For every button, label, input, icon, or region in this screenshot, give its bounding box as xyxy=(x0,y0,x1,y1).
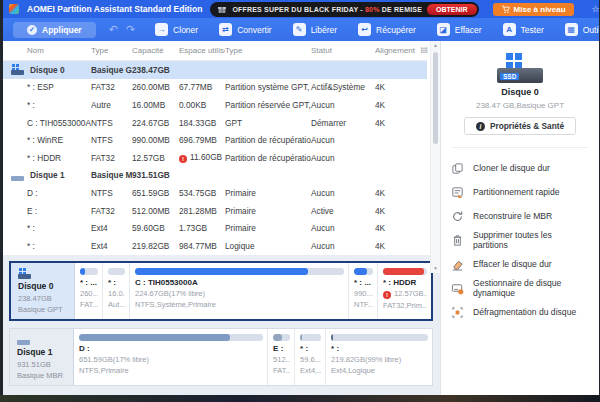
partition-block-e[interactable]: E : 512... FAT... xyxy=(268,329,295,385)
test-icon: A xyxy=(503,23,516,36)
wipe-disk-icon xyxy=(451,258,464,271)
disk0-panel-label: Disque 0 238.47GB Basique GPT xyxy=(11,263,75,319)
partition-block-c[interactable]: C : TIH0553000A 224.67GB(17% libre) NTFS… xyxy=(130,263,349,319)
clone-icon: → xyxy=(155,23,168,36)
main-area: Nom Type Capacité Espace utilisé Type St… xyxy=(3,41,440,395)
table-row-disk0[interactable]: Disque 0 Basique GPT 238.47GB xyxy=(3,61,427,79)
cart-icon xyxy=(501,5,510,14)
free-up-icon: ✎ xyxy=(293,23,306,36)
toolbar-item-tester[interactable]: A Tester xyxy=(496,21,551,38)
undo-redo: ↶ ↷ xyxy=(109,23,135,36)
desktop-edge xyxy=(0,395,600,402)
sidebar-divider xyxy=(453,147,587,148)
warning-icon: ! xyxy=(383,291,391,299)
ssd-disk-image: SSD xyxy=(497,53,543,83)
trash-icon xyxy=(451,234,464,247)
convert-icon: ⇄ xyxy=(219,23,232,36)
table-row-ext4-1[interactable]: * : Ext4 59.60GB 1.73GB Primaire Aucun 4… xyxy=(3,219,427,237)
scroll-thumb[interactable] xyxy=(433,52,438,144)
disk-icon xyxy=(17,334,31,345)
titlebar-icons: ☆ ↻ ≡ – □ × xyxy=(592,3,599,15)
action-clone-disk[interactable]: Cloner le disque dur xyxy=(451,156,589,180)
table-row-ext4-2[interactable]: * : Ext4 219.82GB 984.77MB Logique Aucun… xyxy=(3,237,427,255)
app-window: AOMEI Partition Assistant Standard Editi… xyxy=(3,0,599,395)
toolbar-item-liberer[interactable]: ✎ Libérer xyxy=(286,21,344,38)
partition-block-esp[interactable]: * : ... 260... FAT... xyxy=(75,263,103,319)
action-quick-partition[interactable]: Partitionnement rapide xyxy=(451,180,589,204)
obtenir-button[interactable]: OBTENIR xyxy=(427,4,477,15)
toolbar-item-outils[interactable]: ▦ Outils xyxy=(558,21,599,38)
gift-icon xyxy=(217,4,227,14)
windows-disk-icon xyxy=(11,64,25,75)
wipe-icon: ◪ xyxy=(437,23,450,36)
toolbar-item-cloner[interactable]: → Cloner xyxy=(148,21,205,38)
app-title: AOMEI Partition Assistant Standard Editi… xyxy=(27,4,202,14)
sidebar-actions: Cloner le disque dur Partitionnement rap… xyxy=(441,152,599,328)
disk-map-area: Disque 0 238.47GB Basique GPT * : ... 26… xyxy=(3,255,440,395)
promo-text: OFFRES SUPER DU BLACK FRIDAY - 80% DE RE… xyxy=(232,6,422,13)
disk-icon xyxy=(11,170,25,181)
table-header: Nom Type Capacité Espace utilisé Type St… xyxy=(3,41,427,61)
action-delete-all-partitions[interactable]: Supprimer toutes les partitions xyxy=(451,228,589,252)
app-logo xyxy=(9,4,19,14)
toolbar-item-recuperer[interactable]: ↩ Récupérer xyxy=(351,21,423,38)
upgrade-button[interactable]: Mise à niveau xyxy=(493,3,574,16)
promo-banner[interactable]: OFFRES SUPER DU BLACK FRIDAY - 80% DE RE… xyxy=(210,2,478,17)
titlebar: AOMEI Partition Assistant Standard Editi… xyxy=(3,0,599,18)
partition-block-ext4-2[interactable]: * : 219.82GB(99% libre) Ext4,Logique xyxy=(326,329,432,385)
table-row-c[interactable]: C : TIH0553000A NTFS 224.67GB 184.33GB G… xyxy=(3,114,427,132)
toolbar-item-convertir[interactable]: ⇄ Convertir xyxy=(212,21,278,38)
warning-icon: ! xyxy=(179,155,187,163)
apply-button[interactable]: ✓ Appliquer xyxy=(13,22,96,38)
partition-block-d[interactable]: D : 651.59GB(17% libre) NTFS,Primaire xyxy=(74,329,268,385)
toolbar: ✓ Appliquer ↶ ↷ → Cloner ⇄ Convertir ✎ L… xyxy=(3,18,599,41)
table-row-msr[interactable]: * : Autre 16.00MB 0.00KB Partition réser… xyxy=(3,96,427,114)
undo-icon[interactable]: ↶ xyxy=(109,23,118,36)
disk1-panel-label: Disque 1 931.51GB Basique MBR xyxy=(10,329,74,385)
partition-block-hddr[interactable]: * : HDDR !12.57GB... FAT32,Prim... xyxy=(378,263,431,319)
partition-block-msr[interactable]: * : 16.0... Aut... xyxy=(103,263,130,319)
sidebar-disk-name: Disque 0 xyxy=(441,87,599,97)
partition-table: Nom Type Capacité Espace utilisé Type St… xyxy=(3,41,440,255)
action-rebuild-mbr[interactable]: Reconstruire le MBR xyxy=(451,204,589,228)
partition-block-ext4-1[interactable]: * : 59.6... Ext4,... xyxy=(295,329,326,385)
redo-icon[interactable]: ↷ xyxy=(126,23,135,36)
check-icon: ✓ xyxy=(27,25,37,35)
star-icon[interactable]: ☆ xyxy=(592,4,599,14)
column-settings-icon[interactable]: ▤ xyxy=(420,45,428,54)
table-row-e[interactable]: E : FAT32 512.00MB 281.28MB Primaire Act… xyxy=(3,202,427,220)
defrag-icon xyxy=(451,306,464,319)
partition-block-winre[interactable]: * : ... 990... NTF... xyxy=(349,263,378,319)
action-disk-defrag[interactable]: Défragmentation du disque xyxy=(451,300,589,324)
scroll-down-icon[interactable]: ▼ xyxy=(431,264,440,273)
sidebar: SSD Disque 0 238.47 GB,Basique GPT i Pro… xyxy=(440,41,599,395)
table-row-disk1[interactable]: Disque 1 Basique MBR 931.51GB xyxy=(3,167,427,185)
windows-disk-icon xyxy=(18,268,32,279)
recover-icon: ↩ xyxy=(358,23,371,36)
tools-icon: ▦ xyxy=(565,23,578,36)
info-icon: i xyxy=(476,122,485,131)
table-row-esp[interactable]: * : ESP FAT32 260.00MB 67.77MB Partition… xyxy=(3,79,427,97)
disk0-panel[interactable]: Disque 0 238.47GB Basique GPT * : ... 26… xyxy=(9,261,433,321)
scroll-up-icon[interactable]: ▲ xyxy=(431,41,440,50)
clone-disk-icon xyxy=(451,162,464,175)
vertical-scrollbar[interactable]: ▲ ▼ xyxy=(430,41,440,273)
rebuild-mbr-icon xyxy=(451,210,464,223)
dynamic-disk-icon xyxy=(451,282,464,295)
quick-partition-icon xyxy=(451,186,464,199)
disk1-panel[interactable]: Disque 1 931.51GB Basique MBR D : 651.59… xyxy=(9,328,433,386)
properties-health-button[interactable]: i Propriétés & Santé xyxy=(464,117,576,135)
table-row-winre[interactable]: * : WinRE NTFS 990.00MB 696.79MB Partiti… xyxy=(3,131,427,149)
toolbar-item-effacer[interactable]: ◪ Effacer xyxy=(430,21,489,38)
table-row-hddr[interactable]: * : HDDR FAT32 12.57GB !11.60GB Partitio… xyxy=(3,149,427,167)
table-row-d[interactable]: D : NTFS 651.59GB 534.75GB Primaire Aucu… xyxy=(3,184,427,202)
action-wipe-disk[interactable]: Effacer le disque dur xyxy=(451,252,589,276)
sidebar-disk-info: 238.47 GB,Basique GPT xyxy=(441,101,599,110)
action-dynamic-disk-manager[interactable]: Gestionnaire de disque dynamique xyxy=(451,276,589,300)
